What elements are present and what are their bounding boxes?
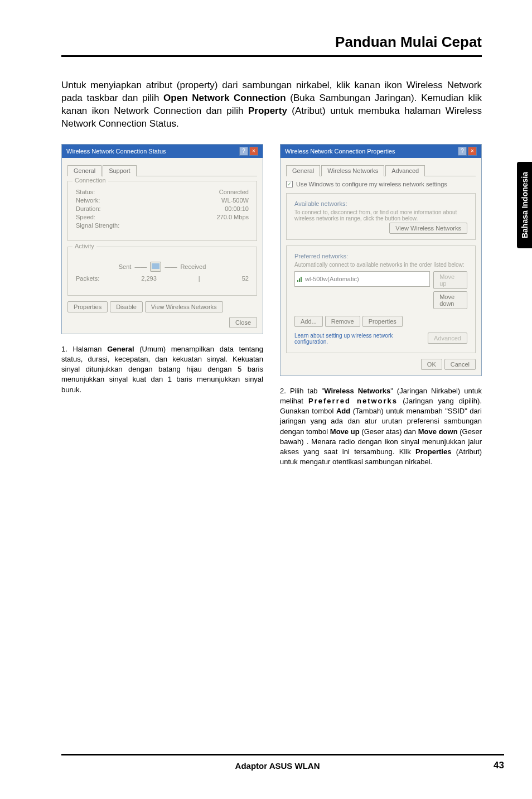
close-button[interactable]: Close bbox=[229, 317, 257, 328]
available-heading: Available networks: bbox=[294, 200, 467, 207]
cap1-b1: General bbox=[107, 345, 134, 353]
tab-wireless-networks[interactable]: Wireless Networks bbox=[321, 165, 384, 176]
cap1-t1: Halaman bbox=[72, 345, 107, 353]
network-label: Network: bbox=[76, 197, 100, 204]
connection-group: Connection Status:Connected Network:WL-5… bbox=[67, 181, 257, 241]
preferred-group: Preferred networks: Automatically connec… bbox=[286, 246, 476, 353]
properties-button[interactable]: Properties bbox=[67, 301, 108, 312]
properties-button[interactable]: Properties bbox=[362, 316, 403, 327]
cap2-b4: Move up bbox=[330, 427, 360, 436]
cap2-b1: Wireless Networks bbox=[324, 387, 390, 395]
cap2-t5: (Geser atas) dan bbox=[360, 427, 418, 436]
speed-value: 270.0 Mbps bbox=[217, 214, 249, 220]
learn-link[interactable]: Learn about setting up wireless network … bbox=[294, 333, 398, 345]
language-tab: Bahasa Indonesia bbox=[517, 162, 532, 248]
close-icon[interactable]: × bbox=[249, 147, 258, 156]
status-dialog: Wireless Network Connection Status ? × G… bbox=[61, 144, 263, 334]
network-value: WL-500W bbox=[221, 197, 249, 204]
use-windows-checkbox[interactable]: ✓ Use Windows to configure my wireless n… bbox=[286, 181, 476, 187]
cap2-b2: Preferred networks bbox=[308, 397, 398, 405]
available-group: Available networks: To connect to, disco… bbox=[286, 193, 476, 240]
status-label: Status: bbox=[76, 189, 95, 195]
tabs: General Support bbox=[67, 165, 257, 176]
dash: —— bbox=[134, 263, 147, 270]
remove-button[interactable]: Remove bbox=[325, 316, 360, 327]
preferred-help: Automatically connect to available netwo… bbox=[294, 262, 467, 268]
advanced-button[interactable]: Advanced bbox=[428, 333, 467, 344]
preferred-heading: Preferred networks: bbox=[294, 253, 467, 259]
available-help: To connect to, disconnect from, or find … bbox=[294, 209, 467, 222]
ok-button[interactable]: OK bbox=[421, 359, 442, 370]
cap2-b3: Add bbox=[336, 407, 350, 415]
preferred-listbox[interactable]: wl-500w(Automatic) bbox=[294, 271, 430, 287]
connection-legend: Connection bbox=[72, 177, 108, 184]
dialog-title-text: Wireless Network Connection Properties bbox=[285, 148, 395, 155]
footer: Adaptor ASUS WLAN 43 bbox=[61, 754, 504, 771]
cap2-num: 2. bbox=[280, 387, 290, 395]
footer-center: Adaptor ASUS WLAN bbox=[235, 761, 320, 771]
move-up-button[interactable]: Move up bbox=[433, 271, 467, 289]
dash: —— bbox=[165, 263, 177, 270]
activity-legend: Activity bbox=[72, 243, 96, 249]
list-item[interactable]: wl-500w(Automatic) bbox=[297, 276, 359, 282]
move-down-button[interactable]: Move down bbox=[433, 291, 467, 309]
tab-general[interactable]: General bbox=[286, 165, 320, 176]
close-icon[interactable]: × bbox=[468, 147, 477, 156]
dialog-titlebar: Wireless Network Connection Status ? × bbox=[62, 145, 263, 158]
packets-divider: | bbox=[199, 275, 200, 282]
view-networks-button[interactable]: View Wireless Networks bbox=[145, 301, 223, 312]
dialog-title-text: Wireless Network Connection Status bbox=[66, 148, 166, 155]
tab-general[interactable]: General bbox=[67, 165, 101, 176]
intro-paragraph: Untuk menyiapkan atribut (property) dari… bbox=[61, 79, 482, 131]
tab-support[interactable]: Support bbox=[103, 165, 137, 176]
intro-bold-1: Open Network Connection bbox=[163, 93, 286, 103]
cap2-b6: Properties bbox=[415, 447, 451, 456]
duration-value: 00:00:10 bbox=[225, 205, 249, 212]
list-item-label: wl-500w(Automatic) bbox=[305, 276, 359, 282]
cap2-t1: Pilih tab " bbox=[290, 387, 324, 395]
checkbox-label: Use Windows to configure my wireless net… bbox=[296, 181, 447, 187]
view-wireless-button[interactable]: View Wireless Networks bbox=[389, 223, 467, 234]
packets-label: Packets: bbox=[76, 275, 99, 282]
signal-icon bbox=[297, 276, 303, 282]
activity-group: Activity Sent —— —— Received Packets: bbox=[67, 247, 257, 296]
cap1-num: 1. bbox=[61, 345, 72, 353]
computer-icon bbox=[150, 262, 161, 272]
help-icon[interactable]: ? bbox=[239, 147, 248, 156]
cap2-b5: Move down bbox=[418, 427, 458, 436]
received-label: Received bbox=[180, 263, 206, 270]
cancel-button[interactable]: Cancel bbox=[444, 359, 476, 370]
caption-1: 1. Halaman General (Umum) menampilkan da… bbox=[61, 344, 263, 395]
add-button[interactable]: Add... bbox=[294, 316, 323, 327]
title-rule bbox=[61, 55, 482, 57]
help-icon[interactable]: ? bbox=[458, 147, 467, 156]
tab-advanced[interactable]: Advanced bbox=[385, 165, 425, 176]
properties-dialog: Wireless Network Connection Properties ?… bbox=[280, 144, 482, 376]
page-number: 43 bbox=[494, 760, 504, 771]
duration-label: Duration: bbox=[76, 205, 101, 212]
status-value: Connected bbox=[219, 189, 249, 195]
footer-rule bbox=[61, 754, 504, 755]
caption-2: 2. Pilih tab "Wireless Networks" (Jaring… bbox=[280, 386, 482, 468]
sent-label: Sent bbox=[119, 263, 132, 270]
page-title: Panduan Mulai Cepat bbox=[61, 33, 482, 51]
dialog-titlebar: Wireless Network Connection Properties ?… bbox=[280, 145, 481, 158]
signal-label: Signal Strength: bbox=[76, 222, 119, 231]
disable-button[interactable]: Disable bbox=[110, 301, 143, 312]
packets-sent: 2,293 bbox=[141, 275, 157, 282]
checkbox-icon: ✓ bbox=[286, 181, 293, 187]
packets-received: 52 bbox=[242, 275, 249, 282]
intro-bold-2: Property bbox=[248, 105, 287, 116]
tabs: General Wireless Networks Advanced bbox=[286, 165, 476, 176]
speed-label: Speed: bbox=[76, 214, 95, 220]
